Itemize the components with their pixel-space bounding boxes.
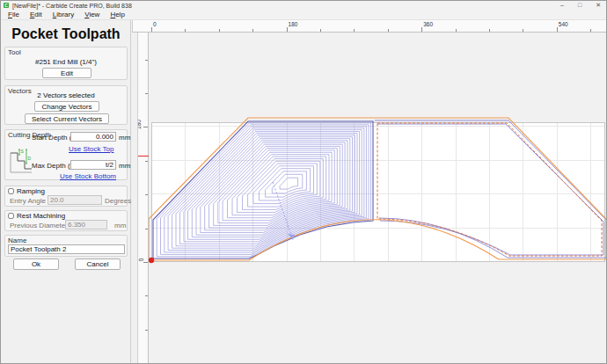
menu-help[interactable]: Help: [105, 10, 129, 20]
ruler-x-label: 0: [153, 21, 157, 27]
vectors-group: Vectors 2 Vectors selected Change Vector…: [4, 85, 128, 125]
ruler-position-indicator: [138, 156, 149, 157]
cancel-button[interactable]: Cancel: [75, 258, 121, 270]
rest-machining-checkbox[interactable]: [8, 213, 14, 219]
ramping-checkbox[interactable]: [8, 188, 14, 194]
name-group-label: Name: [8, 237, 26, 244]
rest-machining-label: Rest Machining: [17, 212, 65, 220]
ruler-x-label: 360: [423, 21, 433, 27]
close-button[interactable]: ✕: [596, 1, 601, 10]
maximize-button[interactable]: □: [578, 1, 581, 10]
application-window: C [NewFile]* - Carbide Create PRO, Build…: [0, 0, 607, 364]
entry-angle-input: [48, 195, 102, 205]
entry-angle-unit: Degrees: [105, 197, 131, 205]
ruler-y-label: 0: [139, 258, 145, 262]
menu-edit[interactable]: Edit: [25, 10, 48, 20]
icon-start-depth-label: S: [21, 149, 25, 154]
toolpath-drawing: [149, 33, 607, 364]
use-stock-bottom-link[interactable]: Use Stock Bottom: [60, 172, 116, 180]
page-title: Pocket Toolpath: [1, 26, 131, 42]
previous-diameter-input: [65, 220, 107, 229]
ramping-checkbox-row: Ramping: [8, 187, 45, 195]
band-toolpath-outer: [375, 120, 607, 258]
design-canvas[interactable]: [149, 33, 607, 364]
name-group: Name: [4, 235, 128, 257]
menu-library[interactable]: Library: [48, 10, 79, 20]
cutting-depth-group: Cutting Depth S D Start Depth (S) mm Use…: [4, 129, 128, 180]
band-toolpath-inner: [377, 124, 603, 255]
select-current-vectors-button[interactable]: Select Current Vectors: [25, 113, 109, 124]
ruler-x-label: 180: [289, 21, 298, 27]
tool-group-label: Tool: [8, 48, 21, 56]
tool-group: Tool #251 End Mill (1/4") Edit: [4, 47, 128, 80]
menu-bar: File Edit Library View Help: [1, 10, 607, 20]
menu-file[interactable]: File: [3, 10, 25, 20]
toolpath-panel: Pocket Toolpath Tool #251 End Mill (1/4"…: [1, 20, 131, 364]
menu-view[interactable]: View: [79, 10, 105, 20]
window-title: [NewFile]* - Carbide Create PRO, Build 8…: [12, 3, 132, 9]
app-icon: C: [4, 3, 9, 8]
start-depth-unit: mm: [119, 134, 130, 142]
ramping-label: Ramping: [17, 187, 45, 195]
edit-tool-button[interactable]: Edit: [42, 68, 91, 78]
change-vectors-button[interactable]: Change Vectors: [34, 101, 99, 112]
minimize-button[interactable]: –: [560, 1, 564, 10]
use-stock-top-link[interactable]: Use Stock Top: [69, 145, 113, 153]
ruler-x: 0180360540: [149, 20, 607, 33]
previous-diameter-label: Previous Diameter: [10, 222, 68, 229]
ruler-x-label: 540: [559, 21, 568, 27]
ramping-group: Ramping Entry Angle Degrees: [4, 186, 128, 207]
depth-diagram-icon: S D: [9, 148, 33, 178]
ruler-corner: [132, 20, 149, 33]
ok-button[interactable]: Ok: [13, 258, 59, 270]
icon-max-depth-label: D: [28, 156, 32, 161]
previous-diameter-unit: mm: [114, 222, 126, 229]
island-vector[interactable]: [377, 123, 602, 256]
ruler-y-label: 180: [137, 120, 142, 129]
max-depth-unit: mm: [119, 162, 130, 170]
entry-angle-label: Entry Angle: [10, 197, 46, 205]
start-depth-input[interactable]: [70, 132, 116, 142]
origin-marker: [149, 258, 154, 263]
ruler-y: 0180: [137, 33, 149, 364]
pocket-spiral-toolpath: [153, 121, 373, 258]
rest-machining-group: Rest Machining Previous Diameter mm: [4, 210, 128, 231]
tool-name: #251 End Mill (1/4"): [5, 58, 127, 66]
toolpath-name-input[interactable]: [8, 244, 125, 254]
vectors-selected-status: 2 Vectors selected: [5, 91, 127, 99]
title-bar: C [NewFile]* - Carbide Create PRO, Build…: [1, 1, 607, 10]
max-depth-input[interactable]: [70, 160, 116, 170]
rest-machining-checkbox-row: Rest Machining: [8, 212, 65, 220]
